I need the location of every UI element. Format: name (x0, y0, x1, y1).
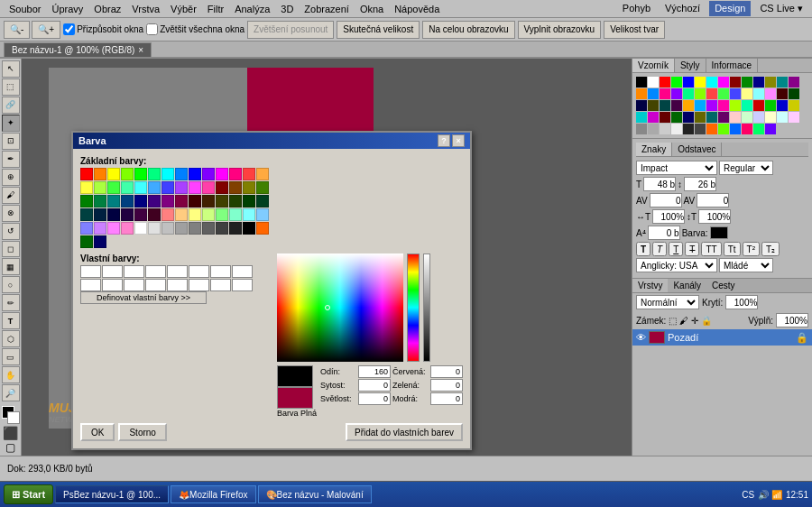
swatch-7[interactable] (718, 77, 729, 88)
scale-h-input[interactable] (652, 209, 685, 224)
svetlost-input[interactable] (358, 392, 391, 405)
swatch-15[interactable] (648, 88, 659, 99)
swatch-56[interactable] (636, 124, 647, 134)
opacity-input[interactable] (725, 295, 758, 309)
basic-color-30[interactable] (107, 195, 120, 207)
basic-color-11[interactable] (229, 168, 242, 180)
basic-color-51[interactable] (202, 208, 215, 221)
spectrum-gradient[interactable] (277, 254, 403, 362)
basic-color-42[interactable] (80, 208, 93, 221)
basic-color-45[interactable] (121, 208, 134, 221)
custom-colors-grid-2[interactable] (80, 279, 270, 291)
basic-color-58[interactable] (107, 222, 120, 235)
underline-btn[interactable]: T (669, 242, 683, 256)
custom-cell-10[interactable] (102, 279, 123, 291)
small-caps-btn[interactable]: Tt (724, 242, 741, 256)
zoom-out-btn[interactable]: 🔍- (4, 21, 30, 39)
text-tool[interactable]: T (2, 312, 20, 329)
menu-filtr[interactable]: Filtr (202, 2, 229, 16)
basic-colors-grid[interactable] (80, 168, 270, 248)
tab-close-icon[interactable]: × (138, 45, 143, 55)
swatch-12[interactable] (777, 77, 788, 88)
swatch-16[interactable] (660, 88, 670, 99)
swatch-0[interactable] (636, 77, 647, 88)
menu-3d[interactable]: 3D (275, 2, 299, 16)
spectrum-container[interactable] (277, 254, 403, 362)
menu-vrstva[interactable]: Vrstva (126, 2, 165, 16)
menu-soubor[interactable]: Soubor (4, 2, 46, 16)
skutecna-btn[interactable]: Skutečná velikost (337, 21, 420, 39)
taskbar-paint[interactable]: 🎨 Bez názvu - Malování (258, 485, 372, 503)
custom-cell-3[interactable] (124, 265, 144, 278)
cs-live-btn[interactable]: CS Live ▾ (754, 1, 808, 16)
custom-cell-5[interactable] (167, 265, 188, 278)
bw-bar[interactable] (423, 254, 430, 362)
basic-color-66[interactable] (216, 222, 228, 235)
move-tool[interactable]: ↖ (2, 60, 20, 78)
basic-color-36[interactable] (189, 195, 201, 207)
superscript-btn[interactable]: T² (743, 242, 760, 256)
swatch-21[interactable] (718, 88, 729, 99)
fill-input[interactable] (776, 313, 808, 327)
swatch-51[interactable] (742, 112, 752, 123)
swatch-55[interactable] (789, 112, 799, 123)
basic-color-56[interactable] (80, 222, 93, 235)
cancel-btn[interactable]: Storno (118, 423, 166, 441)
menu-obraz[interactable]: Obraz (88, 2, 126, 16)
basic-color-2[interactable] (107, 168, 120, 180)
basic-color-7[interactable] (175, 168, 188, 180)
swatch-37[interactable] (742, 100, 752, 111)
swatch-66[interactable] (753, 124, 764, 134)
swatch-25[interactable] (765, 88, 776, 99)
swatch-32[interactable] (683, 100, 694, 111)
swatch-18[interactable] (683, 88, 694, 99)
swatch-49[interactable] (718, 112, 729, 123)
text-color-swatch[interactable] (710, 226, 728, 239)
basic-color-22[interactable] (189, 181, 201, 194)
basic-color-20[interactable] (161, 181, 174, 194)
eyedropper-tool[interactable]: ✒ (2, 151, 20, 168)
cervena-input[interactable] (430, 365, 463, 378)
tab-znaky[interactable]: Znaky (636, 143, 672, 156)
basic-color-59[interactable] (121, 222, 134, 235)
swatch-31[interactable] (671, 100, 682, 111)
tab-cesty[interactable]: Cesty (706, 279, 741, 292)
font-style-select[interactable]: Regular (719, 161, 773, 175)
swatch-58[interactable] (660, 124, 670, 134)
swatch-62[interactable] (706, 124, 717, 134)
basic-color-69[interactable] (256, 222, 269, 235)
italic-btn[interactable]: T (652, 242, 667, 256)
basic-color-71[interactable] (94, 235, 106, 248)
basic-color-55[interactable] (256, 208, 269, 221)
swatch-11[interactable] (765, 77, 776, 88)
basic-color-43[interactable] (94, 208, 106, 221)
custom-cell-2[interactable] (102, 265, 123, 278)
tracking-input[interactable] (697, 193, 729, 207)
basic-color-10[interactable] (216, 168, 228, 180)
swatch-19[interactable] (695, 88, 706, 99)
basic-color-38[interactable] (216, 195, 228, 207)
brush-tool[interactable]: 🖌 (2, 187, 20, 204)
basic-color-49[interactable] (175, 208, 188, 221)
basic-color-5[interactable] (148, 168, 161, 180)
basic-color-9[interactable] (202, 168, 215, 180)
bold-btn[interactable]: T (636, 242, 651, 256)
blend-mode-select[interactable]: Normální (636, 295, 699, 309)
swatch-57[interactable] (648, 124, 659, 134)
celou-btn[interactable]: Na celou obrazovku (422, 21, 514, 39)
basic-color-0[interactable] (80, 168, 93, 180)
quick-mask-btn[interactable]: ⬛ (3, 426, 18, 440)
screen-mode-btn[interactable]: ▢ (5, 441, 15, 454)
zelena-input[interactable] (430, 379, 463, 392)
basic-color-13[interactable] (256, 168, 269, 180)
basic-color-57[interactable] (94, 222, 106, 235)
basic-color-52[interactable] (216, 208, 228, 221)
basic-color-27[interactable] (256, 181, 269, 194)
basic-color-8[interactable] (189, 168, 201, 180)
swatch-44[interactable] (660, 112, 670, 123)
basic-color-25[interactable] (229, 181, 242, 194)
history-tool[interactable]: ↺ (2, 223, 20, 240)
ok-btn[interactable]: OK (80, 423, 115, 441)
hue-bar[interactable] (407, 254, 420, 362)
basic-color-50[interactable] (189, 208, 201, 221)
